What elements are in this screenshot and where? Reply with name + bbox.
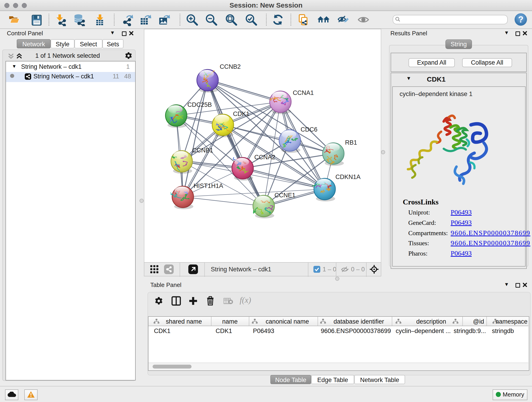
svg-text:CCNE1: CCNE1 [274,192,296,199]
svg-text:CCNA1: CCNA1 [293,89,314,96]
svg-text:CDC6: CDC6 [301,126,317,133]
svg-text:CCNB1: CCNB1 [192,147,213,154]
svg-text:CDK1: CDK1 [233,110,249,117]
svg-text:RB1: RB1 [345,139,357,146]
svg-text:CCNA2: CCNA2 [254,154,275,161]
svg-text:CDKN1A: CDKN1A [336,173,361,180]
svg-text:CDC25B: CDC25B [187,101,212,108]
svg-text:CCNB2: CCNB2 [220,63,241,70]
svg-text:HIST1H1A: HIST1H1A [194,182,223,189]
